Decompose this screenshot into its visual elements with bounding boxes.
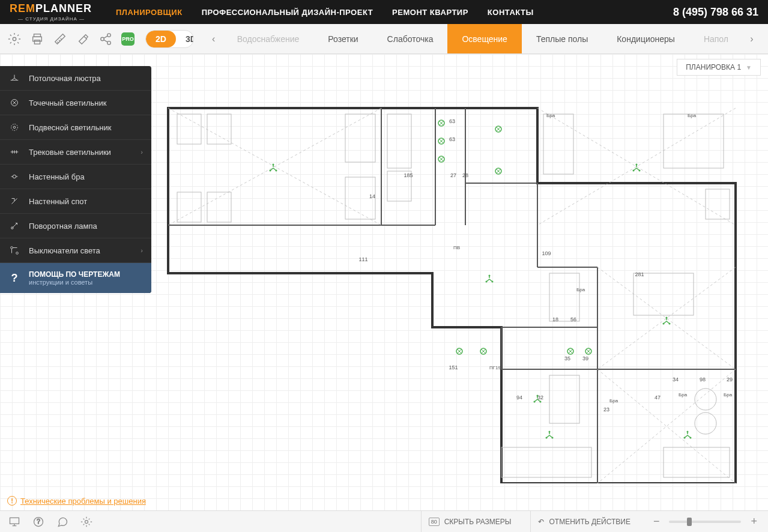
warning-icon: ! bbox=[7, 496, 17, 506]
dim: 111 bbox=[358, 256, 367, 262]
svg-point-39 bbox=[85, 520, 88, 523]
chat-icon[interactable] bbox=[55, 515, 70, 529]
tech-link: ! Технические проблемы и решения bbox=[7, 496, 146, 506]
undo-label: ОТМЕНИТЬ ДЕЙСТВИЕ bbox=[549, 518, 630, 526]
panel-wallspot[interactable]: Настенный спот bbox=[0, 189, 151, 214]
toolbar: PRO 2D 3D ‹ Водоснабжение Розетки Слабот… bbox=[0, 24, 768, 54]
panel-label: Настенный бра bbox=[29, 172, 143, 181]
tab-floor[interactable]: Напол bbox=[689, 24, 743, 53]
undo-button[interactable]: ↶ ОТМЕНИТЬ ДЕЙСТВИЕ bbox=[530, 511, 637, 533]
tab-nav: ‹ Водоснабжение Розетки Слаботочка Освещ… bbox=[205, 24, 761, 53]
print-icon[interactable] bbox=[30, 32, 44, 46]
workspace[interactable]: ПЛАНИРОВКА 1 ▼ Потолочная люстра Точечны… bbox=[0, 54, 768, 510]
ruler-icon[interactable] bbox=[53, 32, 67, 46]
settings-icon[interactable] bbox=[7, 32, 22, 46]
svg-point-5 bbox=[101, 37, 104, 41]
help-icon[interactable]: ? bbox=[31, 515, 46, 529]
monitor-icon[interactable] bbox=[7, 515, 22, 529]
tab-prev-icon[interactable]: ‹ bbox=[205, 24, 223, 53]
panel-spotlight[interactable]: Точечный светильник bbox=[0, 91, 151, 115]
fp-label: Бра bbox=[546, 113, 555, 118]
fp-label: Бра bbox=[688, 113, 697, 118]
svg-point-9 bbox=[13, 126, 16, 128]
tab-list: Водоснабжение Розетки Слаботочка Освещен… bbox=[223, 24, 743, 53]
svg-point-4 bbox=[107, 33, 111, 37]
zoom-control: − + bbox=[650, 515, 761, 528]
spotlight-icon bbox=[8, 97, 20, 109]
pro-badge[interactable]: PRO bbox=[121, 32, 135, 46]
zoom-slider[interactable] bbox=[669, 521, 741, 523]
main-nav: ПЛАНИРОВЩИК ПРОФЕССИОНАЛЬНЫЙ ДИЗАЙН-ПРОЕ… bbox=[116, 8, 673, 17]
panel-label: Поворотная лампа bbox=[29, 222, 143, 231]
tools-icon[interactable] bbox=[76, 32, 90, 46]
svg-rect-24 bbox=[387, 114, 411, 168]
tool-icons: PRO bbox=[7, 32, 135, 46]
tab-ac[interactable]: Кондиционеры bbox=[602, 24, 689, 53]
svg-rect-1 bbox=[34, 34, 41, 37]
panel-pendant[interactable]: Подвесной светильник bbox=[0, 115, 151, 140]
logo[interactable]: REMPLANNER — СТУДИЯ ДИЗАЙНА — bbox=[10, 2, 92, 22]
wallspot-icon bbox=[8, 195, 20, 207]
share-icon[interactable] bbox=[98, 32, 113, 46]
dim: 39 bbox=[582, 355, 588, 361]
tech-problems-link[interactable]: Технические проблемы и решения bbox=[20, 497, 146, 506]
svg-rect-36 bbox=[10, 518, 19, 524]
panel-sconce[interactable]: Настенный бра bbox=[0, 165, 151, 189]
panel-help[interactable]: ? ПОМОЩЬ ПО ЧЕРТЕЖАМ инструкции и советы bbox=[0, 263, 151, 293]
floorplan-canvas[interactable]: 125 233 75 63 63 185 27 28 14 111 109 28… bbox=[165, 99, 742, 483]
nav-design[interactable]: ПРОФЕССИОНАЛЬНЫЙ ДИЗАЙН-ПРОЕКТ bbox=[202, 8, 373, 17]
panel-label: Выключатели света bbox=[29, 246, 141, 255]
svg-rect-29 bbox=[549, 273, 579, 321]
svg-rect-27 bbox=[664, 114, 724, 168]
svg-rect-18 bbox=[177, 114, 201, 144]
dim: 23 bbox=[603, 407, 609, 413]
panel-rotating[interactable]: Поворотная лампа bbox=[0, 214, 151, 238]
panel-label: Трековые светильники bbox=[29, 148, 141, 157]
phone-number[interactable]: 8 (495) 798 66 31 bbox=[673, 6, 758, 19]
dim: 29 bbox=[727, 376, 733, 382]
panel-chandelier[interactable]: Потолочная люстра bbox=[0, 66, 151, 91]
dim: 151 bbox=[449, 364, 458, 370]
svg-point-6 bbox=[107, 41, 111, 44]
bottom-right: 80 СКРЫТЬ РАЗМЕРЫ ↶ ОТМЕНИТЬ ДЕЙСТВИЕ − … bbox=[421, 511, 761, 533]
tab-next-icon[interactable]: › bbox=[743, 24, 761, 53]
hide-sizes-button[interactable]: 80 СКРЫТЬ РАЗМЕРЫ bbox=[421, 511, 519, 533]
zoom-out-button[interactable]: − bbox=[650, 515, 664, 528]
logo-planner: PLANNER bbox=[35, 2, 92, 14]
tab-lowcurrent[interactable]: Слаботочка bbox=[373, 24, 448, 53]
view-toggle: 2D 3D bbox=[145, 30, 194, 48]
tab-lighting[interactable]: Освещение bbox=[447, 24, 521, 53]
chevron-right-icon: › bbox=[141, 148, 143, 156]
panel-switch[interactable]: Выключатели света › bbox=[0, 238, 151, 263]
logo-rem: REM bbox=[10, 2, 35, 14]
gear-icon[interactable] bbox=[79, 515, 94, 529]
svg-rect-35 bbox=[501, 447, 591, 477]
fp-label: ПВ bbox=[453, 245, 460, 250]
tab-heating[interactable]: Теплые полы bbox=[522, 24, 602, 53]
badge: 80 bbox=[429, 518, 440, 526]
panel-track[interactable]: Трековые светильники › bbox=[0, 140, 151, 165]
help-title: ПОМОЩЬ ПО ЧЕРТЕЖАМ bbox=[29, 270, 120, 279]
view-3d-button[interactable]: 3D bbox=[176, 31, 194, 47]
zoom-handle[interactable] bbox=[687, 518, 692, 526]
tab-sockets[interactable]: Розетки bbox=[313, 24, 372, 53]
svg-rect-22 bbox=[345, 114, 375, 162]
side-panel: Потолочная люстра Точечный светильник По… bbox=[0, 66, 151, 293]
panel-label: Настенный спот bbox=[29, 197, 143, 206]
nav-planner[interactable]: ПЛАНИРОВЩИК bbox=[116, 8, 183, 17]
tab-water[interactable]: Водоснабжение bbox=[223, 24, 314, 53]
track-icon bbox=[8, 146, 20, 158]
nav-contacts[interactable]: КОНТАКТЫ bbox=[488, 8, 534, 17]
dim: 34 bbox=[673, 376, 679, 382]
fp-label: ПГ19 bbox=[489, 365, 501, 370]
chevron-right-icon: › bbox=[141, 247, 143, 254]
svg-point-10 bbox=[13, 175, 16, 178]
svg-rect-19 bbox=[207, 114, 231, 144]
help-subtitle: инструкции и советы bbox=[29, 279, 120, 286]
zoom-in-button[interactable]: + bbox=[747, 515, 761, 528]
dim: 32 bbox=[537, 394, 543, 401]
plan-selector[interactable]: ПЛАНИРОВКА 1 ▼ bbox=[677, 59, 761, 76]
view-2d-button[interactable]: 2D bbox=[146, 31, 176, 47]
svg-point-8 bbox=[11, 124, 18, 131]
nav-repair[interactable]: РЕМОНТ КВАРТИР bbox=[392, 8, 468, 17]
